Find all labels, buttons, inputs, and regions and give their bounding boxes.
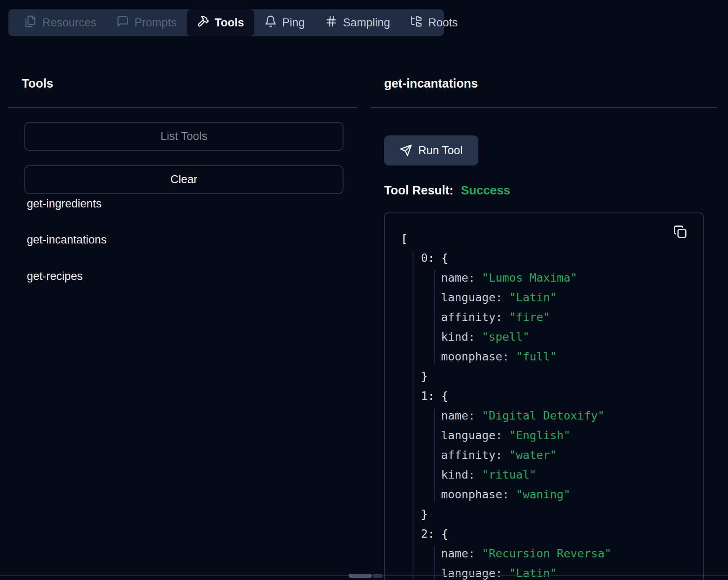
list-tools-button[interactable]: List Tools: [24, 122, 343, 151]
json-line: 0: {: [401, 248, 694, 268]
json-line: kind: "spell": [401, 327, 694, 347]
message-square-icon: [116, 15, 129, 31]
json-line: }: [401, 366, 694, 386]
tab-tools[interactable]: Tools: [187, 9, 254, 36]
json-line: 1: {: [401, 386, 694, 406]
tool-result-label: Tool Result:: [384, 184, 453, 197]
tab-resources-label: Resources: [42, 16, 96, 29]
send-icon: [400, 144, 412, 157]
indent-guide: [434, 270, 435, 364]
files-icon: [24, 15, 37, 31]
json-line: affinity: "water": [401, 445, 694, 465]
run-tool-button[interactable]: Run Tool: [384, 135, 478, 166]
tab-roots-label: Roots: [428, 16, 458, 29]
tab-tools-label: Tools: [215, 16, 244, 29]
folder-tree-icon: [410, 15, 423, 31]
clear-button[interactable]: Clear: [24, 165, 343, 194]
json-line: language: "Latin": [401, 563, 694, 580]
json-line: name: "Recursion Reversa": [401, 544, 694, 563]
hash-icon: [325, 15, 338, 31]
tab-ping-label: Ping: [282, 16, 305, 29]
horizontal-scrollbar-thumb-secondary: [373, 574, 383, 578]
tool-result-line: Tool Result: Success: [384, 184, 510, 197]
bell-icon: [264, 15, 277, 31]
json-line: name: "Digital Detoxify": [401, 406, 694, 425]
json-line: }: [401, 504, 694, 524]
json-line: language: "Latin": [401, 287, 694, 307]
hammer-icon: [197, 15, 209, 31]
tab-prompts-label: Prompts: [134, 16, 177, 29]
json-line: kind: "ritual": [401, 465, 694, 484]
tab-ping[interactable]: Ping: [254, 9, 315, 36]
tab-sampling-label: Sampling: [343, 16, 390, 29]
tab-sampling[interactable]: Sampling: [315, 9, 400, 36]
tool-list-item-get-ingredients[interactable]: get-ingredients: [27, 197, 102, 210]
json-line: language: "English": [401, 425, 694, 445]
json-line: moonphase: "waning": [401, 484, 694, 504]
json-line: [: [401, 228, 694, 248]
right-panel-divider: [371, 107, 717, 108]
tab-roots[interactable]: Roots: [400, 9, 468, 36]
tools-panel-title: Tools: [22, 77, 53, 91]
app-window: Resources Prompts Tools Ping Sampling Ro…: [0, 0, 728, 580]
top-navbar: Resources Prompts Tools Ping Sampling Ro…: [8, 9, 444, 36]
tab-resources[interactable]: Resources: [14, 9, 106, 36]
indent-guide: [413, 251, 413, 580]
tool-list-item-get-recipes[interactable]: get-recipes: [27, 270, 83, 283]
tab-prompts[interactable]: Prompts: [106, 9, 187, 36]
json-line: affinity: "fire": [401, 307, 694, 327]
copy-button[interactable]: [674, 225, 687, 238]
json-line: moonphase: "full": [401, 347, 694, 366]
json-content: [0: {name: "Lumos Maxima"language: "Lati…: [385, 213, 703, 580]
indent-guide: [434, 408, 435, 502]
tool-result-status: Success: [461, 184, 510, 197]
indent-guide: [434, 546, 435, 580]
selected-tool-title: get-incantations: [384, 77, 478, 91]
horizontal-scrollbar-thumb[interactable]: [349, 574, 372, 578]
tool-list-item-get-incantations[interactable]: get-incantations: [27, 233, 107, 246]
tool-result-json-viewer: [0: {name: "Lumos Maxima"language: "Lati…: [384, 212, 704, 580]
json-line: 2: {: [401, 524, 694, 544]
run-tool-label: Run Tool: [418, 144, 462, 157]
copy-icon: [674, 225, 687, 238]
json-line: name: "Lumos Maxima": [401, 268, 694, 287]
left-panel-divider: [8, 107, 357, 108]
